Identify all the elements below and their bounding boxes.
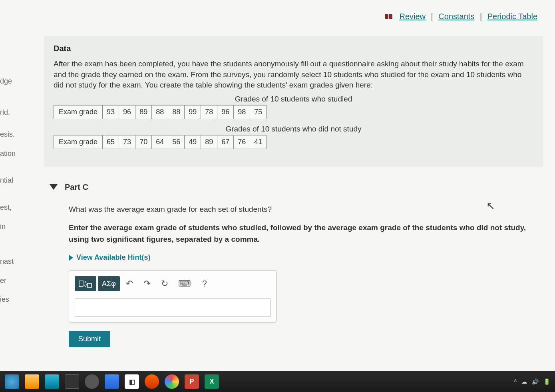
hints-label: View Available Hint(s)	[76, 252, 150, 263]
grade-cell: 67	[217, 135, 234, 149]
svg-rect-0	[385, 14, 388, 19]
help-button[interactable]: ?	[197, 276, 213, 291]
reset-button[interactable]: ↻	[157, 276, 173, 291]
caret-down-icon	[50, 184, 58, 190]
table-caption-not-studied: Grades of 10 students who did not study	[54, 125, 533, 133]
taskbar-app-icon[interactable]	[65, 374, 79, 389]
sidebar-item[interactable]: est,	[0, 198, 28, 217]
review-link[interactable]: Review	[399, 12, 426, 21]
sidebar-item[interactable]: rld.	[0, 103, 28, 122]
grade-cell: 93	[103, 105, 119, 119]
separator: |	[480, 12, 482, 21]
windows-taskbar: ◧ P X ^ ☁ 🔊 🔋	[0, 371, 555, 392]
grade-cell: 88	[152, 105, 168, 119]
data-paragraph: After the exam has been completed, you h…	[54, 59, 533, 91]
taskbar-app-icon[interactable]	[165, 374, 179, 389]
submit-button[interactable]: Submit	[69, 331, 110, 347]
grade-cell: 65	[103, 135, 119, 149]
top-links-bar: Review | Constants | Periodic Table	[385, 12, 539, 22]
sidebar-item[interactable]: er	[0, 271, 28, 291]
part-c-header[interactable]: Part C	[50, 183, 543, 192]
sidebar-item[interactable]: esis.	[0, 125, 28, 144]
sidebar-item[interactable]: in	[0, 217, 28, 237]
view-hints-toggle[interactable]: View Available Hint(s)	[69, 252, 543, 263]
question-text-1: What was the average exam grade for each…	[69, 204, 543, 215]
math-templates-button[interactable]: x √	[75, 276, 96, 291]
taskbar-app-icon[interactable]	[25, 374, 39, 389]
constants-link[interactable]: Constants	[438, 12, 474, 21]
tray-cloud-icon[interactable]: ☁	[521, 378, 527, 385]
taskbar-app-icon[interactable]	[5, 374, 19, 389]
powerpoint-icon[interactable]: P	[185, 374, 199, 389]
grades-table-studied: Exam grade 93 96 89 88 88 99 78 96 98 75	[54, 105, 267, 119]
taskbar-app-icon[interactable]	[145, 374, 159, 389]
redo-button[interactable]: ↷	[139, 276, 155, 291]
sidebar-item[interactable]: dge	[0, 72, 28, 91]
excel-icon[interactable]: X	[205, 374, 219, 389]
tray-chevron-icon[interactable]: ^	[514, 378, 517, 385]
sidebar-partial: dge rld. esis. ation ntial est, in nast …	[0, 72, 28, 309]
taskbar-app-icon[interactable]	[85, 374, 99, 389]
grade-cell: 88	[168, 105, 185, 119]
grade-cell: 41	[250, 135, 267, 149]
question-text-2: Enter the average exam grade of students…	[69, 222, 543, 245]
grade-cell: 96	[217, 105, 234, 119]
math-template-icon: x √	[79, 279, 92, 288]
system-tray[interactable]: ^ ☁ 🔊 🔋	[514, 378, 550, 385]
grade-cell: 98	[234, 105, 250, 119]
answer-input[interactable]	[75, 298, 271, 317]
grade-cell: 75	[250, 105, 267, 119]
data-title: Data	[54, 44, 533, 53]
grade-cell: 89	[135, 105, 152, 119]
tray-volume-icon[interactable]: 🔊	[532, 378, 539, 385]
svg-text:√: √	[84, 283, 87, 288]
grade-cell: 89	[201, 135, 217, 149]
row-label: Exam grade	[54, 105, 103, 119]
grade-cell: 64	[152, 135, 168, 149]
grade-cell: 56	[168, 135, 185, 149]
part-c-title: Part C	[65, 183, 88, 192]
caret-right-icon	[69, 255, 73, 261]
grade-cell: 96	[119, 105, 135, 119]
table-caption-studied: Grades of 10 students who studied	[54, 95, 533, 103]
taskbar-app-icon[interactable]: ◧	[125, 374, 139, 389]
data-block: Data After the exam has been completed, …	[44, 36, 543, 167]
mouse-cursor-icon: ↖	[486, 200, 495, 212]
sidebar-item[interactable]: nast	[0, 252, 28, 271]
grade-cell: 49	[185, 135, 201, 149]
grade-cell: 70	[135, 135, 152, 149]
taskbar-app-icon[interactable]	[45, 374, 59, 389]
periodic-table-link[interactable]: Periodic Table	[487, 12, 537, 21]
taskbar-app-icon[interactable]	[105, 374, 119, 389]
svg-rect-2	[79, 281, 83, 287]
grades-table-not-studied: Exam grade 65 73 70 64 56 49 89 67 76 41	[54, 135, 267, 149]
sidebar-item[interactable]: ation	[0, 144, 28, 163]
undo-button[interactable]: ↶	[121, 276, 137, 291]
svg-rect-5	[88, 283, 92, 287]
tray-battery-icon[interactable]: 🔋	[543, 378, 550, 385]
grade-cell: 73	[119, 135, 135, 149]
part-c-section: Part C What was the average exam grade f…	[44, 183, 543, 348]
grade-cell: 78	[201, 105, 217, 119]
sidebar-item[interactable]: ies	[0, 290, 28, 309]
equation-toolbar: x √ ΑΣφ ↶ ↷ ↻ ⌨ ?	[75, 276, 271, 291]
answer-input-box: x √ ΑΣφ ↶ ↷ ↻ ⌨ ?	[69, 270, 277, 323]
sidebar-item[interactable]: ntial	[0, 171, 28, 190]
grade-cell: 76	[234, 135, 250, 149]
svg-rect-1	[389, 14, 392, 19]
row-label: Exam grade	[54, 135, 103, 149]
separator: |	[431, 12, 433, 21]
greek-letters-button[interactable]: ΑΣφ	[98, 276, 120, 291]
book-icon	[385, 12, 393, 22]
question-block: What was the average exam grade for each…	[69, 204, 543, 348]
keyboard-button[interactable]: ⌨	[174, 276, 195, 291]
grade-cell: 99	[185, 105, 201, 119]
main-content: Data After the exam has been completed, …	[44, 36, 543, 347]
